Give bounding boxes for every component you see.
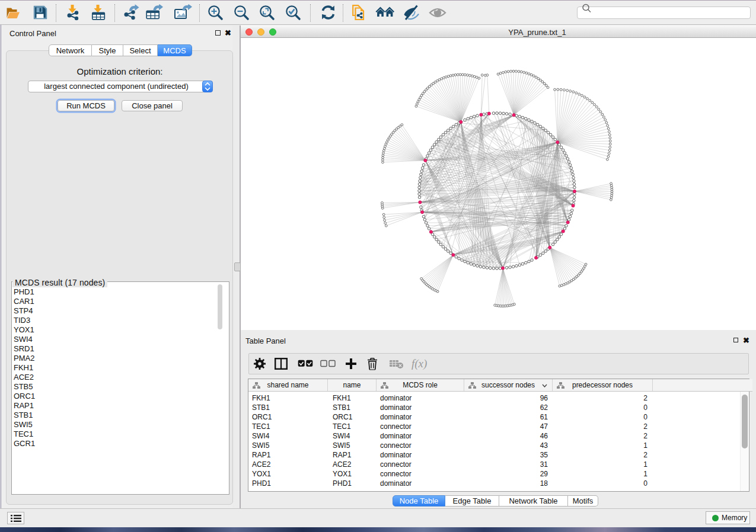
svg-text:f(x): f(x) — [412, 357, 427, 370]
